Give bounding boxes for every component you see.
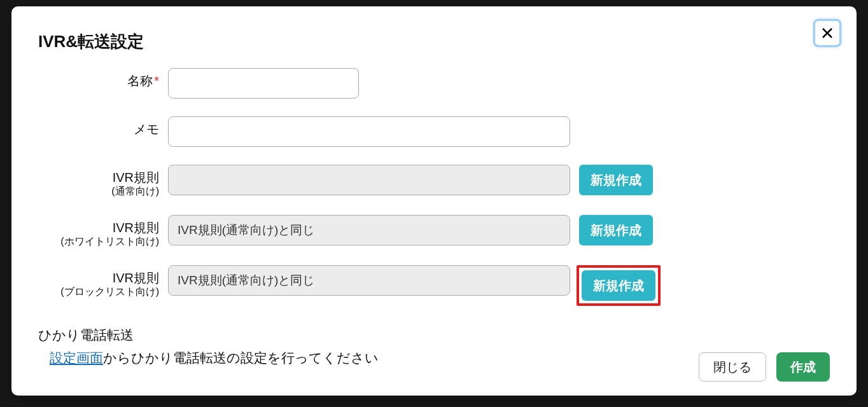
ivr-whitelist-select[interactable]: IVR規則(通常向け)と同じ [168, 215, 570, 245]
highlight-box: 新規作成 [577, 265, 661, 306]
row-memo: メモ [38, 116, 830, 147]
hikari-heading: ひかり電話転送 [38, 324, 830, 347]
ivr-normal-new-button[interactable]: 新規作成 [579, 165, 653, 195]
required-mark: * [154, 74, 159, 88]
ivr-normal-select[interactable] [168, 165, 570, 195]
label-name: 名称* [38, 68, 168, 88]
name-input[interactable] [168, 68, 359, 99]
label-memo: メモ [38, 116, 168, 137]
label-ivr-whitelist: IVR規則 (ホワイトリスト向け) [38, 215, 168, 247]
ivr-transfer-modal: IVR&転送設定 名称* メモ IVR規則 (通常向け) 新規作成 IVR規則 … [11, 6, 857, 396]
hikari-rest-text: からひかり電話転送の設定を行ってください [103, 350, 379, 365]
ivr-whitelist-new-button[interactable]: 新規作成 [579, 215, 653, 245]
ivr-blocklist-new-button[interactable]: 新規作成 [582, 270, 655, 301]
modal-title: IVR&転送設定 [38, 31, 830, 53]
row-ivr-blocklist: IVR規則 (ブロックリスト向け) IVR規則(通常向け)と同じ 新規作成 [38, 265, 830, 306]
close-button[interactable] [813, 19, 841, 47]
label-ivr-normal: IVR規則 (通常向け) [38, 165, 168, 197]
hikari-settings-link[interactable]: 設定画面 [50, 350, 103, 365]
ivr-blocklist-select[interactable]: IVR規則(通常向け)と同じ [168, 265, 570, 296]
row-name: 名称* [38, 68, 830, 99]
memo-input[interactable] [168, 116, 570, 147]
row-ivr-normal: IVR規則 (通常向け) 新規作成 [38, 165, 830, 197]
modal-footer: 閉じる 作成 [699, 352, 830, 382]
close-icon [821, 27, 834, 39]
row-ivr-whitelist: IVR規則 (ホワイトリスト向け) IVR規則(通常向け)と同じ 新規作成 [38, 215, 830, 247]
cancel-button[interactable]: 閉じる [699, 352, 766, 382]
submit-button[interactable]: 作成 [776, 352, 830, 382]
label-ivr-blocklist: IVR規則 (ブロックリスト向け) [38, 265, 168, 298]
